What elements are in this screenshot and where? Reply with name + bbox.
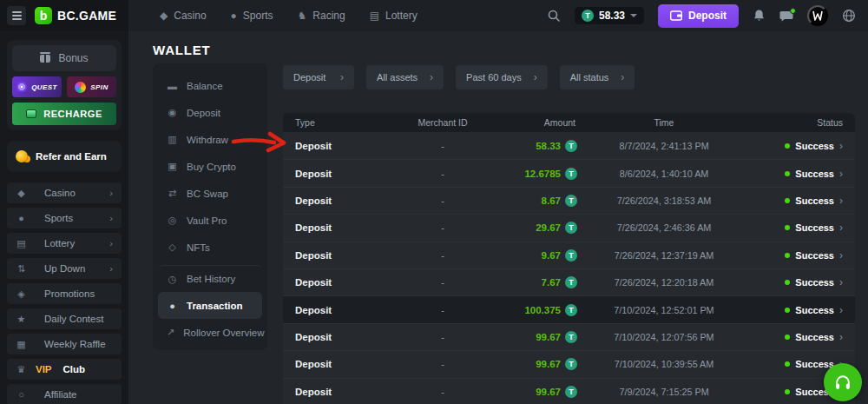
cell-time: 7/26/2024, 12:37:19 AM bbox=[577, 250, 751, 261]
notifications-bell-icon[interactable] bbox=[753, 9, 766, 23]
table-row[interactable]: Deposit - 100.375 T 7/10/2024, 12:52:01 … bbox=[283, 295, 855, 322]
wheel-icon bbox=[75, 82, 86, 93]
balance-selector[interactable]: T 58.33 bbox=[575, 7, 644, 24]
filter-dropdown[interactable]: Deposit bbox=[283, 65, 354, 89]
wallet-nav-item[interactable]: ▬ Balance bbox=[158, 72, 262, 99]
wallet-nav-label: Buy Crypto bbox=[187, 162, 236, 172]
cell-amount: 8.67 T bbox=[490, 195, 577, 207]
cell-type: Deposit bbox=[295, 222, 395, 233]
cell-time: 7/26/2024, 2:46:36 AM bbox=[577, 222, 751, 233]
sidebar-menu-item[interactable]: ◆ Casino › bbox=[7, 182, 122, 203]
wallet-nav-label: Vault Pro bbox=[187, 215, 227, 226]
tether-coin-icon: T bbox=[565, 331, 577, 343]
table-row[interactable]: Deposit - 99.67 T 7/9/2024, 7:15:25 PM S… bbox=[283, 378, 855, 404]
support-button[interactable] bbox=[824, 363, 862, 401]
sidebar-menu-item[interactable]: ○ Affiliate › bbox=[7, 384, 122, 404]
cell-time: 7/10/2024, 10:39:55 AM bbox=[577, 359, 751, 369]
wallet-nav-item[interactable]: ▣ Buy Crypto bbox=[158, 153, 262, 180]
refer-label: Refer and Earn bbox=[36, 151, 107, 162]
avatar[interactable] bbox=[807, 5, 828, 26]
sidebar-menu-item[interactable]: ★ Daily Contest › bbox=[7, 308, 122, 329]
wallet-nav-item[interactable]: ◷ Bet History bbox=[158, 265, 262, 292]
table-row[interactable]: Deposit - 12.6785 T 8/6/2024, 1:40:10 AM… bbox=[283, 159, 855, 186]
table-row[interactable]: Deposit - 99.67 T 7/10/2024, 12:07:56 PM… bbox=[283, 323, 855, 350]
topnav-item[interactable]: ▤ Lottery bbox=[370, 10, 418, 22]
tether-coin-icon: T bbox=[565, 276, 577, 288]
table-row[interactable]: Deposit - 29.67 T 7/26/2024, 2:46:36 AM … bbox=[283, 214, 855, 241]
page-title: WALLET bbox=[153, 43, 210, 57]
brand-logo[interactable]: b BC.GAME bbox=[35, 7, 116, 24]
table-row[interactable]: Deposit - 9.67 T 7/26/2024, 12:37:19 AM … bbox=[283, 242, 855, 268]
wallet-nav-label: NFTs bbox=[187, 242, 210, 253]
cell-merchant-id: - bbox=[395, 359, 490, 369]
success-dot-icon bbox=[785, 280, 790, 285]
sidebar-item-label-accent: VIP bbox=[36, 364, 52, 374]
cell-time: 8/6/2024, 1:40:10 AM bbox=[577, 169, 751, 179]
refer-and-earn-button[interactable]: Refer and Earn bbox=[7, 141, 122, 172]
table-row[interactable]: Deposit - 99.67 T 7/10/2024, 10:39:55 AM… bbox=[283, 350, 855, 377]
status-label: Success bbox=[795, 359, 834, 369]
table-row[interactable]: Deposit - 8.67 T 7/26/2024, 3:18:53 AM S… bbox=[283, 187, 855, 214]
filter-dropdown[interactable]: All assets bbox=[366, 65, 444, 89]
bonus-button[interactable]: Bonus bbox=[12, 45, 116, 71]
wallet-nav-item[interactable]: ⇄ BC Swap bbox=[158, 180, 262, 207]
wallet-nav-item[interactable]: ◉ Deposit bbox=[158, 99, 262, 126]
sidebar-item-icon: ♛ bbox=[16, 364, 27, 375]
filter-label: Deposit bbox=[293, 72, 326, 83]
topnav-item[interactable]: ● Sports bbox=[231, 10, 273, 22]
table-row[interactable]: Deposit - 58.33 T 8/7/2024, 2:41:13 PM S… bbox=[283, 132, 855, 159]
tether-coin-icon: T bbox=[565, 249, 577, 262]
success-dot-icon bbox=[785, 334, 790, 340]
wallet-nav-icon: ◇ bbox=[167, 242, 178, 253]
search-icon[interactable] bbox=[547, 9, 561, 23]
sidebar-menu-item[interactable]: ♛ VIP Club › bbox=[7, 359, 122, 380]
table-row[interactable]: Deposit - 7.67 T 7/26/2024, 12:20:18 AM … bbox=[283, 268, 855, 295]
filter-dropdown[interactable]: Past 60 days bbox=[456, 65, 548, 89]
cell-time: 8/7/2024, 2:41:13 PM bbox=[577, 141, 751, 151]
wallet-nav-item[interactable]: ◇ NFTs bbox=[158, 234, 262, 261]
filter-dropdown[interactable]: All status bbox=[560, 65, 635, 89]
recharge-button[interactable]: RECHARGE bbox=[12, 103, 116, 125]
wallet-nav-item[interactable]: ◎ Vault Pro bbox=[158, 207, 262, 234]
cell-merchant-id: - bbox=[395, 141, 490, 151]
chevron-right-icon: › bbox=[839, 222, 843, 234]
left-sidebar: Bonus QUEST SPIN RECHARGE Refer and Earn bbox=[0, 31, 128, 404]
topnav-item[interactable]: ◆ Casino bbox=[160, 10, 207, 22]
wallet-nav-item[interactable]: ● Transaction bbox=[158, 292, 262, 319]
chat-icon[interactable] bbox=[779, 10, 793, 23]
chevron-right-icon: › bbox=[109, 188, 113, 198]
tether-coin-icon: T bbox=[565, 140, 577, 152]
chevron-right-icon bbox=[621, 71, 624, 83]
table-header: Type Merchant ID Amount Time Status bbox=[283, 113, 855, 132]
sidebar-menu-item[interactable]: ◈ Promotions › bbox=[7, 283, 122, 304]
sidebar-menu-item[interactable]: ▤ Lottery › bbox=[7, 233, 122, 254]
hamburger-menu-button[interactable] bbox=[7, 6, 26, 25]
sidebar-menu-item[interactable]: ● Sports › bbox=[7, 208, 122, 228]
success-dot-icon bbox=[785, 225, 790, 230]
amount-value: 29.67 bbox=[536, 222, 561, 233]
cell-type: Deposit bbox=[295, 359, 395, 369]
sidebar-menu-item[interactable]: ▦ Weekly Raffle › bbox=[7, 334, 122, 354]
cell-merchant-id: - bbox=[395, 250, 490, 261]
cell-merchant-id: - bbox=[395, 195, 490, 206]
wallet-nav-icon: ◉ bbox=[167, 107, 178, 118]
sidebar-item-icon: ● bbox=[16, 213, 27, 223]
wallet-nav-icon: ▬ bbox=[167, 81, 178, 91]
quest-button[interactable]: QUEST bbox=[12, 76, 62, 97]
wallet-nav-item[interactable]: ▥ Withdraw bbox=[158, 126, 262, 153]
filter-label: All assets bbox=[377, 72, 418, 83]
deposit-button[interactable]: Deposit bbox=[658, 4, 739, 28]
language-globe-icon[interactable] bbox=[842, 9, 856, 23]
spin-button[interactable]: SPIN bbox=[67, 76, 116, 97]
tether-coin-icon: T bbox=[565, 168, 577, 180]
success-dot-icon bbox=[785, 253, 790, 258]
cell-merchant-id: - bbox=[395, 387, 490, 397]
chevron-right-icon bbox=[534, 71, 537, 83]
wallet-nav-item[interactable]: ↗ Rollover Overview bbox=[158, 319, 262, 346]
chevron-right-icon: › bbox=[839, 331, 843, 343]
status-label: Success bbox=[795, 277, 834, 288]
cell-status: Success › bbox=[751, 276, 843, 288]
topnav-item[interactable]: ♞ Racing bbox=[298, 10, 345, 22]
sidebar-menu-item[interactable]: ⇅ Up Down › bbox=[7, 258, 122, 279]
sidebar-item-label: Daily Contest bbox=[44, 314, 103, 324]
